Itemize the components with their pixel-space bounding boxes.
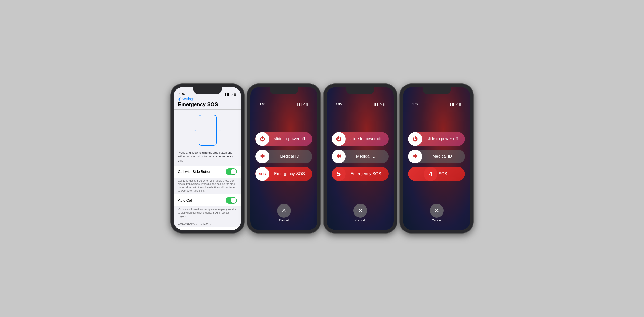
medical-slider[interactable]: ✱ Medical ID (408, 150, 465, 163)
back-label: Settings (182, 97, 195, 101)
status-icons: ▌▌▌ ⬡ ▓ (450, 103, 461, 106)
sos-slider[interactable]: 5 Emergency SOS (332, 167, 389, 181)
cancel-label: Cancel (355, 219, 365, 222)
status-time: 1:35 (412, 102, 450, 106)
power-label: slide to power off (269, 137, 312, 141)
sos-label: Emergency SOS (346, 172, 389, 176)
phone-diagram-area (174, 110, 241, 151)
sos-icon: SOS (255, 167, 269, 181)
scene: 1:50 ▌▌▌ ⬡ ▓ ❮ Settings Emergency SOS (171, 84, 473, 233)
sos-countdown-icon: 5 (332, 167, 346, 181)
notch (193, 87, 222, 94)
status-icons: ▌▌▌ ⬡ ▓ (225, 93, 236, 96)
power-icon: ⏻ (255, 132, 269, 146)
medical-icon: ✱ (332, 150, 346, 163)
diagram-caption: Press and keep holding the side button a… (174, 151, 241, 166)
settings-back-button[interactable]: ❮ Settings (178, 97, 237, 101)
auto-call-group: Auto Call (174, 194, 241, 206)
emergency-buttons: ⏻ slide to power off ✱ Medical ID 5 Emer… (332, 132, 389, 181)
power-label: slide to power off (422, 137, 465, 141)
medical-label: Medical ID (422, 154, 465, 159)
emergency-content-1: 1:35 ▌▌▌ ⬡ ▓ ⏻ slide to power off (250, 87, 317, 230)
power-slider[interactable]: ⏻ slide to power off (255, 132, 312, 146)
sos-label: Emergency SOS (269, 172, 312, 176)
cancel-label: Cancel (279, 219, 289, 222)
emergency-content-2: 1:35 ▌▌▌ ⬡ ▓ ⏻ slide to power off ✱ Medi… (327, 87, 394, 230)
sos-slider[interactable]: 4 ency SOS (408, 167, 465, 181)
phone-diagram (199, 115, 217, 146)
battery-icon: ▓ (306, 103, 308, 106)
power-slider[interactable]: ⏻ slide to power off (408, 132, 465, 146)
power-slider[interactable]: ⏻ slide to power off (332, 132, 389, 146)
wifi-icon: ⬡ (231, 93, 233, 96)
battery-icon: ▓ (459, 103, 461, 106)
phone-emergency-3: 1:35 ▌▌▌ ⬡ ▓ ⏻ slide to power off ✱ Medi… (400, 84, 473, 233)
emergency-buttons: ⏻ slide to power off ✱ Medical ID 4 ency… (408, 132, 465, 181)
cancel-label: Cancel (432, 219, 441, 222)
cancel-area: ✕ Cancel (430, 204, 444, 222)
side-button-group: Call with Side Button (174, 166, 241, 178)
signal-icon: ▌▌▌ (297, 103, 302, 106)
back-chevron-icon: ❮ (178, 97, 181, 101)
cancel-area: ✕ Cancel (353, 204, 367, 222)
settings-content: 1:50 ▌▌▌ ⬡ ▓ ❮ Settings Emergency SOS (174, 87, 241, 230)
status-bar: 1:35 ▌▌▌ ⬡ ▓ (332, 97, 389, 107)
cancel-button[interactable]: ✕ (353, 204, 367, 218)
battery-icon: ▓ (383, 103, 384, 106)
status-bar: 1:35 ▌▌▌ ⬡ ▓ (408, 97, 465, 107)
status-icons: ▌▌▌ ⬡ ▓ (374, 103, 384, 106)
status-icons: ▌▌▌ ⬡ ▓ (297, 103, 308, 106)
sos-slider[interactable]: SOS Emergency SOS (255, 167, 312, 181)
notch (423, 87, 451, 94)
settings-screen: 1:50 ▌▌▌ ⬡ ▓ ❮ Settings Emergency SOS (174, 87, 241, 230)
status-bar: 1:35 ▌▌▌ ⬡ ▓ (255, 97, 312, 107)
status-time: 1:35 (260, 102, 297, 106)
status-time: 1:35 (336, 102, 374, 106)
edit-contacts-link[interactable]: Edit Emergency Contacts in Health (174, 227, 241, 230)
battery-icon: ▓ (234, 93, 236, 96)
side-button-row[interactable]: Call with Side Button (174, 166, 241, 178)
emergency-buttons: ⏻ slide to power off ✱ Medical ID SOS Em… (255, 132, 312, 181)
cancel-button[interactable]: ✕ (277, 204, 291, 218)
signal-icon: ▌▌▌ (225, 93, 230, 96)
emergency-screen-3: 1:35 ▌▌▌ ⬡ ▓ ⏻ slide to power off ✱ Medi… (403, 87, 470, 230)
medical-icon: ✱ (255, 150, 269, 163)
emergency-contacts-header: EMERGENCY CONTACTS (174, 220, 241, 227)
auto-call-sub: You may still need to specify an emergen… (174, 207, 241, 220)
phone-emergency-2: 1:35 ▌▌▌ ⬡ ▓ ⏻ slide to power off ✱ Medi… (324, 84, 397, 233)
emergency-screen-1: 1:35 ▌▌▌ ⬡ ▓ ⏻ slide to power off (250, 87, 317, 230)
medical-slider[interactable]: ✱ Medical ID (332, 150, 389, 163)
auto-call-label: Auto Call (178, 198, 193, 202)
settings-body: Press and keep holding the side button a… (174, 110, 241, 230)
power-label: slide to power off (346, 137, 389, 141)
side-button-toggle[interactable] (226, 168, 237, 175)
medical-label: Medical ID (269, 154, 312, 159)
side-button-sub: Call Emergency SOS when you rapidly pres… (174, 178, 241, 194)
sos-countdown-icon: 4 (424, 167, 437, 181)
signal-icon: ▌▌▌ (450, 103, 455, 106)
medical-icon: ✱ (408, 150, 422, 163)
cancel-button[interactable]: ✕ (430, 204, 444, 218)
side-button-label: Call with Side Button (178, 170, 211, 174)
wifi-icon: ⬡ (380, 103, 382, 106)
signal-icon: ▌▌▌ (374, 103, 379, 106)
notch (270, 87, 298, 94)
wifi-icon: ⬡ (456, 103, 458, 106)
auto-call-row[interactable]: Auto Call (174, 194, 241, 206)
phone-settings: 1:50 ▌▌▌ ⬡ ▓ ❮ Settings Emergency SOS (171, 84, 244, 233)
auto-call-toggle[interactable] (226, 197, 237, 204)
contacts-group: Edit Emergency Contacts in Health (174, 227, 241, 230)
cancel-area: ✕ Cancel (277, 204, 291, 222)
settings-title: Emergency SOS (178, 101, 237, 107)
power-icon: ⏻ (408, 132, 422, 146)
medical-slider[interactable]: ✱ Medical ID (255, 150, 312, 163)
wifi-icon: ⬡ (303, 103, 305, 106)
emergency-screen-2: 1:35 ▌▌▌ ⬡ ▓ ⏻ slide to power off ✱ Medi… (327, 87, 394, 230)
medical-label: Medical ID (346, 154, 389, 159)
phone-emergency-1: 1:35 ▌▌▌ ⬡ ▓ ⏻ slide to power off (247, 84, 320, 233)
notch (346, 87, 374, 94)
emergency-content-3: 1:35 ▌▌▌ ⬡ ▓ ⏻ slide to power off ✱ Medi… (403, 87, 470, 230)
power-icon: ⏻ (332, 132, 346, 146)
